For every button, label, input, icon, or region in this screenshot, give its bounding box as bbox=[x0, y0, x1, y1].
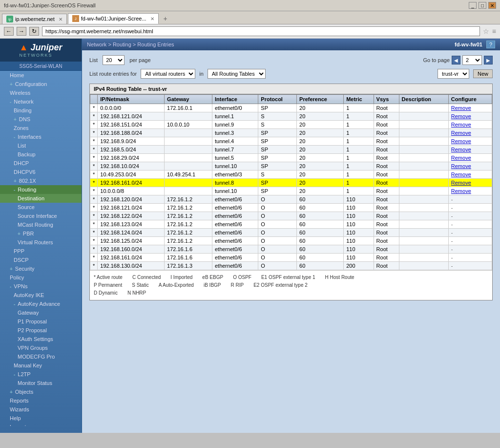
configure-cell[interactable]: Remove bbox=[448, 112, 492, 121]
metric-cell: 110 bbox=[344, 204, 374, 212]
sidebar-item-list[interactable]: List bbox=[0, 141, 82, 150]
sidebar-item-backup[interactable]: Backup bbox=[0, 150, 82, 159]
legend-ospf: O OSPF bbox=[233, 274, 251, 281]
sidebar-item-monitor-status[interactable]: Monitor Status bbox=[0, 379, 82, 387]
sidebar-item-manual-key[interactable]: Manual Key bbox=[0, 361, 82, 370]
table-row: *192.168.5.0/24tunnel.7SP201RootRemove bbox=[90, 146, 492, 154]
sidebar-item-dhcp[interactable]: DHCP bbox=[0, 159, 82, 168]
sidebar-item-xauth-settings[interactable]: XAuth Settings bbox=[0, 335, 82, 343]
new-tab-button[interactable]: + bbox=[160, 13, 171, 24]
sidebar-item-configuration[interactable]: + Configuration bbox=[0, 80, 82, 88]
sidebar-item-zones[interactable]: Zones bbox=[0, 124, 82, 132]
sidebar-item-virtual-routers[interactable]: Virtual Routers bbox=[0, 238, 82, 247]
ip-cell: 192.168.121.0/24 bbox=[98, 112, 165, 121]
configure-cell[interactable]: Remove bbox=[448, 137, 492, 146]
star-cell: * bbox=[90, 137, 98, 146]
col-description[interactable]: Description bbox=[399, 95, 448, 104]
sidebar-item-dns[interactable]: + DNS bbox=[0, 115, 82, 124]
col-preference[interactable]: Preference bbox=[297, 95, 344, 104]
mcast-routing-label: MCast Routing bbox=[18, 222, 53, 228]
sidebar-item-reports[interactable]: Reports bbox=[0, 396, 82, 405]
configure-cell[interactable]: Remove bbox=[448, 129, 492, 137]
prev-page-button[interactable]: ◀ bbox=[452, 56, 460, 64]
sidebar-item-wizards[interactable]: Wizards bbox=[0, 405, 82, 414]
star-icon[interactable]: ☆ bbox=[483, 27, 489, 35]
sidebar-item-vpn-groups[interactable]: VPN Groups bbox=[0, 343, 82, 352]
back-button[interactable]: ← bbox=[4, 27, 14, 36]
tab1-close-icon[interactable]: ✕ bbox=[59, 17, 62, 22]
virtual-routers-select[interactable]: All virtual routers bbox=[141, 69, 195, 79]
preference-cell: 60 bbox=[297, 220, 344, 229]
configure-cell[interactable]: Remove bbox=[448, 146, 492, 154]
sidebar-item-l2tp[interactable]: - L2TP bbox=[0, 370, 82, 379]
sidebar-item-mcast-routing[interactable]: MCast Routing bbox=[0, 220, 82, 229]
new-button[interactable]: New bbox=[473, 69, 493, 78]
configure-cell[interactable]: Remove bbox=[448, 121, 492, 129]
sidebar-item-destination[interactable]: Destination bbox=[0, 194, 82, 203]
next-page-button[interactable]: ▶ bbox=[484, 56, 493, 64]
help-button[interactable]: ? bbox=[486, 41, 495, 48]
reload-button[interactable]: ↻ bbox=[29, 27, 39, 36]
menu-icon[interactable]: ≡ bbox=[492, 27, 496, 35]
vsys-cell: Root bbox=[374, 220, 399, 229]
sidebar-item-source[interactable]: Source bbox=[0, 203, 82, 212]
minimize-button[interactable]: _ bbox=[469, 2, 477, 9]
configure-cell[interactable]: Remove bbox=[448, 104, 492, 112]
sidebar-item-network[interactable]: - Network bbox=[0, 97, 82, 106]
sidebar-item-home[interactable]: Home bbox=[0, 71, 82, 80]
col-interface[interactable]: Interface bbox=[212, 95, 258, 104]
xauth-settings-label: XAuth Settings bbox=[18, 336, 53, 342]
configure-cell[interactable]: Remove bbox=[448, 187, 492, 195]
col-gateway[interactable]: Gateway bbox=[165, 95, 212, 104]
vsys-cell: Root bbox=[374, 237, 399, 245]
vr-select[interactable]: trust-vr bbox=[438, 69, 469, 79]
sidebar-item-dhcpv6[interactable]: DHCPV6 bbox=[0, 168, 82, 176]
sidebar-item-ppp[interactable]: PPP bbox=[0, 247, 82, 256]
col-vsys[interactable]: Vsys bbox=[374, 95, 399, 104]
sidebar-item-help[interactable]: Help bbox=[0, 414, 82, 423]
description-cell bbox=[399, 162, 448, 171]
sidebar-item-gateway[interactable]: Gateway bbox=[0, 308, 82, 317]
col-metric[interactable]: Metric bbox=[344, 95, 374, 104]
tabs-bar: ip ip.webernetz.net ✕ J fd-wv-fw01:Junip… bbox=[0, 11, 500, 24]
sidebar-item-policy[interactable]: Policy bbox=[0, 273, 82, 282]
vpns-expand-icon: - bbox=[10, 284, 11, 289]
sidebar-item-dscp[interactable]: DSCP bbox=[0, 256, 82, 264]
metric-cell: 110 bbox=[344, 254, 374, 262]
maximize-button[interactable]: □ bbox=[479, 2, 486, 9]
col-ip[interactable]: IP/Netmask bbox=[98, 95, 165, 104]
sidebar-item-security[interactable]: + Security bbox=[0, 264, 82, 273]
tab-1[interactable]: ip ip.webernetz.net ✕ bbox=[2, 14, 67, 24]
configure-cell[interactable]: Remove bbox=[448, 179, 492, 187]
tab-2[interactable]: J fd-wv-fw01:Juniper-Scree... ✕ bbox=[68, 13, 159, 24]
list-select[interactable]: 20 50 100 bbox=[103, 55, 125, 65]
sidebar-item-wireless[interactable]: Wireless bbox=[0, 88, 82, 97]
sidebar-item-autokey-advance[interactable]: - AutoKey Advance bbox=[0, 299, 82, 308]
sidebar-item-objects[interactable]: + Objects bbox=[0, 387, 82, 396]
sidebar-item-8021x[interactable]: + 802.1X bbox=[0, 176, 82, 185]
tab2-close-icon[interactable]: ✕ bbox=[150, 16, 154, 21]
col-protocol[interactable]: Protocol bbox=[258, 95, 297, 104]
sidebar-item-pbr[interactable]: + PBR bbox=[0, 229, 82, 238]
sidebar-item-p2-proposal[interactable]: P2 Proposal bbox=[0, 326, 82, 335]
sidebar-item-vpns[interactable]: - VPNs bbox=[0, 282, 82, 291]
sidebar-item-interfaces[interactable]: - Interfaces bbox=[0, 132, 82, 141]
configure-cell[interactable]: Remove bbox=[448, 154, 492, 162]
configure-cell[interactable]: Remove bbox=[448, 162, 492, 171]
col-configure[interactable]: Configure bbox=[448, 95, 492, 104]
sidebar-item-source-interface[interactable]: Source Interface bbox=[0, 212, 82, 220]
legend-imported: I Imported bbox=[170, 274, 192, 281]
sidebar-item-p1-proposal[interactable]: P1 Proposal bbox=[0, 317, 82, 326]
close-button[interactable]: ✕ bbox=[488, 2, 496, 9]
sidebar-item-binding[interactable]: Binding bbox=[0, 106, 82, 115]
sidebar-item-routing[interactable]: - Routing bbox=[0, 185, 82, 194]
sidebar-item-modecfg-pro[interactable]: MODECFG Pro bbox=[0, 352, 82, 361]
page-select[interactable]: 1 2 3 bbox=[462, 55, 482, 65]
sidebar-item-autokey-ike[interactable]: AutoKey IKE bbox=[0, 291, 82, 299]
sidebar-item-logout[interactable]: Logout bbox=[0, 423, 82, 426]
configure-cell[interactable]: Remove bbox=[448, 171, 492, 179]
routing-tables-select[interactable]: All Routing Tables bbox=[208, 69, 266, 79]
configure-cell: - bbox=[448, 254, 492, 262]
forward-button[interactable]: → bbox=[17, 27, 26, 36]
address-input[interactable] bbox=[42, 26, 480, 36]
